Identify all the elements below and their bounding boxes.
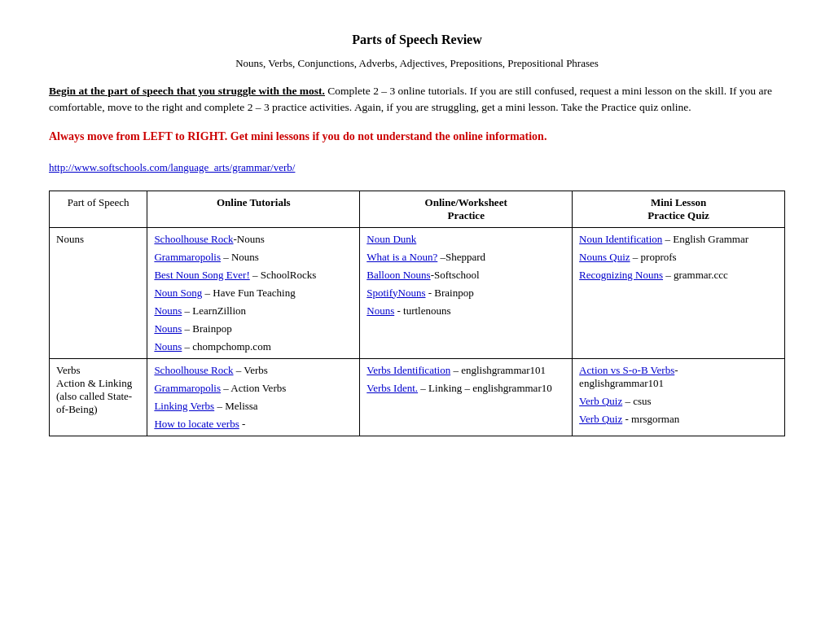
always-move-text: Always move from LEFT to RIGHT. Get mini… <box>49 128 785 145</box>
list-item: Verbs Identification – englishgrammar101 <box>367 364 565 377</box>
action-vs-sob-link[interactable]: Action vs S-o-B Verbs <box>579 364 674 376</box>
verbs-mini: Action vs S-o-B Verbs-englishgrammar101 … <box>573 358 785 436</box>
list-item: Verbs Ident. – Linking – englishgrammar1… <box>367 382 565 395</box>
list-item: How to locate verbs - <box>154 418 353 431</box>
list-item: Noun Dunk <box>367 233 565 246</box>
nouns-mini: Noun Identification – English Grammar No… <box>573 227 785 358</box>
col-header-mini: Mini LessonPractice Quiz <box>573 191 785 227</box>
verbs-practice: Verbs Identification – englishgrammar101… <box>360 358 573 436</box>
schoolhouse-rock-verbs-link[interactable]: Schoolhouse Rock <box>154 364 233 376</box>
verbs-ident-linking-link[interactable]: Verbs Ident. <box>367 382 418 394</box>
verbs-identification-link[interactable]: Verbs Identification <box>367 364 450 376</box>
link-suffix: – SchoolRocks <box>250 269 317 281</box>
list-item: Schoolhouse Rock – Verbs <box>154 364 353 377</box>
nouns-learnzillion-link[interactable]: Nouns <box>154 304 182 317</box>
grammaropolis-nouns-link[interactable]: Grammaropolis <box>154 251 221 263</box>
link-suffix: – Linking – englishgrammar10 <box>418 382 552 394</box>
part-nouns: Nouns <box>50 227 147 358</box>
nouns-tutorials: Schoolhouse Rock-Nouns Grammaropolis – N… <box>147 227 360 358</box>
link-suffix: – csus <box>622 395 651 407</box>
verb-quiz-csus-link[interactable]: Verb Quiz <box>579 395 622 407</box>
list-item: Nouns - turtlenouns <box>367 304 565 318</box>
table-row: VerbsAction & Linking(also called State-… <box>50 358 785 436</box>
link-suffix: - <box>239 418 246 430</box>
list-item: Grammaropolis – Action Verbs <box>154 382 353 395</box>
nouns-quiz-link[interactable]: Nouns Quiz <box>579 251 630 263</box>
link-suffix: – Melissa <box>214 400 257 412</box>
link-suffix: - mrsgorman <box>622 413 679 425</box>
linking-verbs-melissa-link[interactable]: Linking Verbs <box>154 400 214 412</box>
list-item: Linking Verbs – Melissa <box>154 400 353 413</box>
nouns-chompchomp-link[interactable]: Nouns <box>154 340 182 353</box>
spotify-nouns-link[interactable]: SpotifyNouns <box>367 287 425 299</box>
noun-dunk-link[interactable]: Noun Dunk <box>367 233 416 245</box>
link-suffix: – Action Verbs <box>221 382 286 394</box>
balloon-nouns-link[interactable]: Balloon Nouns <box>367 269 430 281</box>
link-suffix: – englishgrammar101 <box>450 364 546 376</box>
link-suffix: – Nouns <box>221 251 259 263</box>
instructions: Begin at the part of speech that you str… <box>49 83 785 116</box>
softschools-link[interactable]: http://www.softschools.com/language_arts… <box>49 161 295 173</box>
link-suffix: - turtlenouns <box>394 304 450 317</box>
link-suffix: – grammar.ccc <box>663 269 728 281</box>
link-suffix: - Brainpop <box>425 287 473 299</box>
col-header-tutorials: Online Tutorials <box>147 191 360 227</box>
link-suffix: – LearnZillion <box>182 304 246 317</box>
how-to-locate-verbs-link[interactable]: How to locate verbs <box>154 418 239 430</box>
list-item: Noun Song – Have Fun Teaching <box>154 287 353 300</box>
recognizing-nouns-link[interactable]: Recognizing Nouns <box>579 269 663 281</box>
link-suffix: – English Grammar <box>662 233 748 245</box>
list-item: Action vs S-o-B Verbs-englishgrammar101 <box>579 364 778 390</box>
list-item: Nouns – Brainpop <box>154 322 353 335</box>
subtitle: Nouns, Verbs, Conjunctions, Adverbs, Adj… <box>49 57 785 70</box>
link-suffix: -Nouns <box>234 233 265 245</box>
list-item: What is a Noun? –Sheppard <box>367 251 565 264</box>
nouns-brainpop-link[interactable]: Nouns <box>154 322 182 335</box>
list-item: Grammaropolis – Nouns <box>154 251 353 264</box>
list-item: Balloon Nouns-Softschool <box>367 269 565 282</box>
list-item: Best Noun Song Ever! – SchoolRocks <box>154 269 353 282</box>
best-noun-song-link[interactable]: Best Noun Song Ever! <box>154 269 249 281</box>
schoolhouse-rock-nouns-link[interactable]: Schoolhouse Rock <box>154 233 233 245</box>
link-suffix: – Have Fun Teaching <box>202 287 295 299</box>
what-is-noun-link[interactable]: What is a Noun? <box>367 251 437 263</box>
verb-quiz-mrsgorman-link[interactable]: Verb Quiz <box>579 413 622 425</box>
link-suffix: – proprofs <box>630 251 677 263</box>
list-item: Noun Identification – English Grammar <box>579 233 778 246</box>
parts-of-speech-table: Part of Speech Online Tutorials Online/W… <box>49 191 785 436</box>
list-item: Verb Quiz – csus <box>579 395 778 408</box>
list-item: Nouns – chompchomp.com <box>154 340 353 353</box>
grammaropolis-action-link[interactable]: Grammaropolis <box>154 382 221 394</box>
col-header-part: Part of Speech <box>50 191 147 227</box>
link-section: http://www.softschools.com/language_arts… <box>49 161 785 174</box>
list-item: Verb Quiz - mrsgorman <box>579 413 778 426</box>
list-item: Schoolhouse Rock-Nouns <box>154 233 353 246</box>
table-row: Nouns Schoolhouse Rock-Nouns Grammaropol… <box>50 227 785 358</box>
link-suffix: –Sheppard <box>437 251 485 263</box>
page-title: Parts of Speech Review <box>49 33 785 47</box>
list-item: Nouns Quiz – proprofs <box>579 251 778 264</box>
verbs-tutorials: Schoolhouse Rock – Verbs Grammaropolis –… <box>147 358 360 436</box>
link-suffix: -Softschool <box>431 269 480 281</box>
noun-song-link[interactable]: Noun Song <box>154 287 202 299</box>
part-verbs: VerbsAction & Linking(also called State-… <box>50 358 147 436</box>
list-item: Nouns – LearnZillion <box>154 304 353 318</box>
nouns-practice: Noun Dunk What is a Noun? –Sheppard Ball… <box>360 227 573 358</box>
list-item: Recognizing Nouns – grammar.ccc <box>579 269 778 282</box>
col-header-practice: Online/WorksheetPractice <box>360 191 573 227</box>
link-suffix: – Brainpop <box>182 322 231 335</box>
nouns-turtlenouns-link[interactable]: Nouns <box>367 304 394 317</box>
link-suffix: – Verbs <box>234 364 268 376</box>
link-suffix: – chompchomp.com <box>182 340 270 353</box>
list-item: SpotifyNouns - Brainpop <box>367 287 565 300</box>
noun-identification-link[interactable]: Noun Identification <box>579 233 662 245</box>
